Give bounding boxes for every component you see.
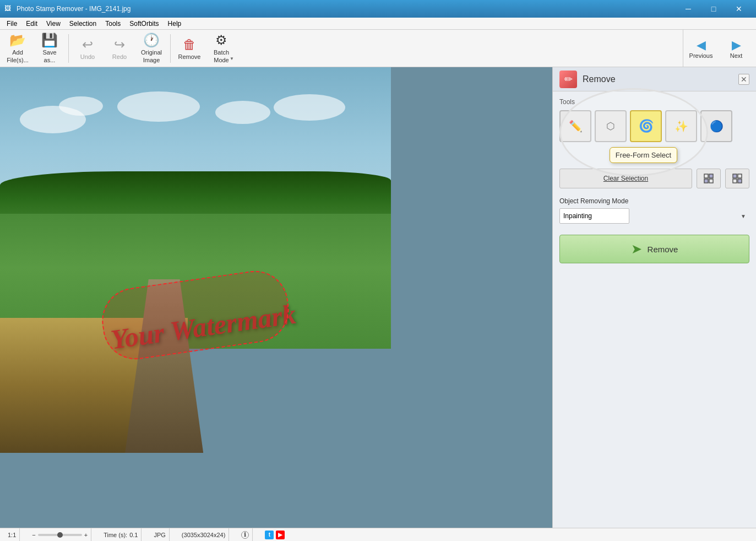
menu-tools[interactable]: Tools [101, 18, 125, 29]
window-title: Photo Stamp Remover - IMG_2141.jpg [17, 5, 676, 13]
svg-rect-0 [704, 174, 708, 178]
toolbar: 📂 AddFile(s)... 💾 Saveas... ↩ Undo ↪ Red… [0, 30, 756, 67]
zoom-slider-section[interactable]: − + [29, 528, 91, 541]
remove-button-label: Remove [648, 245, 678, 254]
toolbox-close-button[interactable]: ✕ [738, 74, 749, 85]
smart-select-tool-button[interactable]: ⬡ [595, 110, 627, 142]
menu-view[interactable]: View [42, 18, 65, 29]
zoom-thumb [57, 532, 63, 538]
time-value: 0.1 [129, 532, 138, 538]
dropdown-arrow-icon: ▼ [741, 213, 746, 219]
add-files-button[interactable]: 📂 AddFile(s)... [2, 32, 33, 65]
zoom-plus-icon[interactable]: + [84, 532, 88, 538]
select-all-button[interactable] [697, 169, 721, 188]
menu-edit[interactable]: Edit [21, 18, 42, 29]
zoom-slider[interactable] [38, 534, 82, 536]
batch-mode-icon: ⚙ [215, 33, 227, 48]
batch-dropdown-arrow: ▼ [230, 56, 234, 61]
zoom-section: 1:1 [4, 528, 20, 541]
svg-rect-2 [704, 179, 708, 183]
save-as-button[interactable]: 💾 Saveas... [34, 32, 65, 65]
mode-dropdown[interactable]: Inpainting Texture Synthesis Smart Fill [559, 208, 629, 224]
toolbox-header: ✏ Remove ✕ [553, 67, 756, 91]
remove-button-icon: ➤ [631, 241, 642, 257]
menu-selection[interactable]: Selection [65, 18, 101, 29]
toolbox-body: Tools ✏️ ⬡ 🌀 Free-Form Select [553, 91, 756, 528]
lasso-icon: ⬡ [606, 120, 615, 132]
youtube-icon[interactable]: ▶ [276, 531, 285, 539]
minimize-button[interactable]: ─ [676, 0, 701, 18]
mode-dropdown-wrapper: Inpainting Texture Synthesis Smart Fill … [559, 208, 749, 224]
batch-mode-label: BatchMode [214, 49, 229, 63]
original-image-label: OriginalImage [141, 49, 162, 63]
magic-wand-icon: ✨ [675, 120, 688, 133]
treeline-layer [0, 171, 391, 218]
original-image-button[interactable]: 🕐 OriginalImage [136, 32, 167, 65]
stamp-icon: 🔵 [710, 120, 724, 133]
maximize-button[interactable]: □ [701, 0, 726, 18]
format-label: JPG [154, 532, 165, 538]
stamp-tool-button[interactable]: 🔵 [700, 110, 732, 142]
svg-rect-6 [733, 179, 737, 183]
separator-1 [68, 34, 69, 63]
app-icon: 🖼 [4, 4, 13, 13]
canvas-area[interactable]: Your Watermark [0, 67, 552, 528]
social-section: t ▶ [262, 528, 288, 541]
info-icon: ℹ [241, 531, 249, 539]
info-section[interactable]: ℹ [238, 528, 253, 541]
redo-button[interactable]: ↪ Redo [104, 32, 135, 65]
svg-rect-5 [738, 174, 742, 178]
toolbox-panel: ✏ Remove ✕ Tools ✏️ ⬡ [552, 67, 756, 528]
undo-label: Undo [80, 53, 95, 60]
main-content: Your Watermark ✏ Remove ✕ Tools [0, 67, 756, 528]
cloud-5 [274, 94, 345, 121]
window-controls: ─ □ ✕ [676, 0, 752, 18]
dimensions-section: (3035x3024x24) [178, 528, 230, 541]
clear-selection-button[interactable]: Clear Selection [559, 169, 692, 188]
prev-next-area: ◀ Previous ▶ Next [683, 30, 754, 67]
add-files-icon: 📂 [9, 33, 26, 48]
svg-rect-3 [709, 179, 713, 183]
freeform-select-tool-button[interactable]: 🌀 Free-Form Select [630, 110, 662, 142]
object-removing-mode-label: Object Removing Mode [559, 197, 749, 205]
undo-button[interactable]: ↩ Undo [72, 32, 103, 65]
menu-softorbits[interactable]: SoftOrbits [125, 18, 163, 29]
cloud-3 [117, 91, 200, 122]
next-button[interactable]: ▶ Next [719, 30, 754, 67]
zoom-label: 1:1 [8, 532, 16, 538]
select-inverse-button[interactable] [725, 169, 749, 188]
next-label: Next [730, 52, 743, 59]
redo-icon: ↪ [114, 37, 125, 52]
pencil-icon: ✏️ [569, 120, 583, 133]
magic-wand-tool-button[interactable]: ✨ [665, 110, 697, 142]
twitter-icon[interactable]: t [265, 531, 274, 539]
select-all-icon [703, 173, 714, 184]
toolbox-icon: ✏ [559, 71, 577, 88]
remove-toolbar-button[interactable]: 🗑 Remove [174, 32, 205, 65]
menu-help[interactable]: Help [164, 18, 186, 29]
tools-grid: ✏️ ⬡ 🌀 Free-Form Select ✨ [559, 110, 749, 142]
previous-button[interactable]: ◀ Previous [683, 30, 719, 67]
save-icon: 💾 [41, 33, 58, 48]
freeform-icon: 🌀 [639, 119, 654, 133]
mode-dropdown-row: Inpainting Texture Synthesis Smart Fill … [559, 208, 749, 224]
next-icon: ▶ [732, 38, 741, 52]
cloud-4 [215, 101, 270, 124]
toolbox-title: Remove [583, 74, 616, 84]
title-bar: 🖼 Photo Stamp Remover - IMG_2141.jpg ─ □… [0, 0, 756, 18]
toolbox-title-area: ✏ Remove [559, 71, 616, 88]
menu-file[interactable]: File [2, 18, 21, 29]
select-inverse-icon [732, 173, 743, 184]
pencil-tool-button[interactable]: ✏️ [559, 110, 591, 142]
dimensions-label: (3035x3024x24) [182, 532, 226, 538]
redo-label: Redo [112, 53, 127, 60]
zoom-minus-icon[interactable]: − [32, 532, 35, 538]
clouds-layer [0, 86, 391, 183]
remove-button[interactable]: ➤ Remove [559, 235, 749, 263]
clear-selection-row: Clear Selection [559, 169, 749, 188]
batch-mode-button[interactable]: ⚙ BatchMode ▼ [206, 32, 237, 65]
svg-rect-1 [709, 174, 713, 178]
separator-2 [170, 34, 171, 63]
remove-toolbar-label: Remove [178, 53, 201, 60]
close-button[interactable]: ✕ [726, 0, 752, 18]
